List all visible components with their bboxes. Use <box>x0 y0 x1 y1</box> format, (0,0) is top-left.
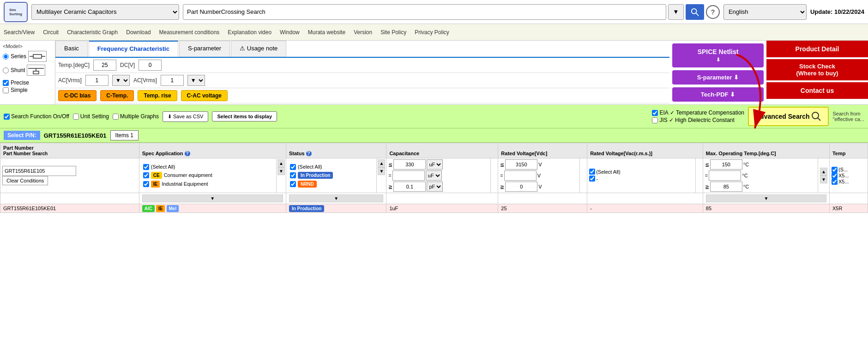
status-nrnd-checkbox[interactable] <box>290 181 296 187</box>
items-badge: Items 1 <box>110 130 139 140</box>
row-inprod-badge: In Production <box>289 205 324 212</box>
jis-checkbox[interactable] <box>652 117 658 123</box>
ac-vrms1-input[interactable] <box>85 75 108 86</box>
pn-search-input[interactable] <box>2 166 76 176</box>
cap-eq-unit[interactable]: uF <box>426 170 442 181</box>
search-func-checkbox[interactable] <box>4 114 10 120</box>
nav-explanation[interactable]: Explanation video <box>228 29 271 36</box>
eia-checkbox[interactable] <box>652 110 658 116</box>
ac-vrms2-select[interactable]: ▼ <box>187 75 205 86</box>
c-temp-btn[interactable]: C-Temp. <box>100 90 134 101</box>
spec-scroll-up[interactable]: ▲ <box>277 159 285 167</box>
temp-char-all-checkbox[interactable] <box>832 167 838 173</box>
volt-geq-input[interactable] <box>505 182 537 192</box>
filter-temp-char: (S... X5... X5... <box>829 158 868 193</box>
nav-download[interactable]: Download <box>126 29 151 36</box>
select-items-btn[interactable]: Select items to display <box>212 111 277 121</box>
multiple-graphs-checkbox[interactable] <box>113 114 119 120</box>
search-input[interactable] <box>183 4 666 20</box>
techpdf-btn[interactable]: Tech-PDF ⬇ <box>672 87 764 102</box>
tab-usage[interactable]: ⚠ Usage note <box>231 41 286 57</box>
table-row[interactable]: GRT155R61E105KE01 AIC IE Mel In Producti… <box>0 204 868 213</box>
vac-all-checkbox[interactable] <box>589 169 595 175</box>
contact-us-btn[interactable]: Contact us <box>766 82 868 99</box>
nav-characteristic-graph[interactable]: Characteristic Graph <box>67 29 118 36</box>
jis-label: JIS <box>659 117 667 123</box>
temp-char-x5r-checkbox[interactable] <box>832 173 838 179</box>
sparam-btn[interactable]: S-parameter ⬇ <box>672 70 764 85</box>
spec-scroll-down[interactable]: ▼ <box>277 167 285 175</box>
multiple-graphs-label: Multiple Graphs <box>120 113 159 120</box>
status-all-checkbox[interactable] <box>290 164 296 170</box>
status-inprod-checkbox[interactable] <box>290 172 296 178</box>
ie-badge: IE <box>151 181 160 188</box>
shunt-radio[interactable] <box>3 67 9 73</box>
nav-window[interactable]: Window <box>280 29 300 36</box>
cap-geq-unit[interactable]: pF <box>427 182 443 192</box>
clear-conditions-btn[interactable]: Clear Conditions <box>2 176 48 185</box>
spec-ie-checkbox[interactable] <box>143 181 149 187</box>
advanced-search-btn[interactable]: Advanced Search <box>748 107 829 126</box>
max-temp-scroll-down[interactable]: ▼ <box>820 176 827 183</box>
status-scroll-up[interactable]: ▲ <box>378 159 385 167</box>
volt-eq-input[interactable] <box>504 170 536 181</box>
params-row-2: AC[Vrms] ▼ AC[Vrms] ▼ <box>55 73 669 88</box>
status-help-icon[interactable]: ? <box>306 151 312 156</box>
temp-char-select-all: (S... <box>832 167 866 173</box>
product-select[interactable]: Multilayer Ceramic Capacitors <box>31 4 179 20</box>
cap-leq-unit[interactable]: uF <box>427 159 443 170</box>
temp-rise-btn[interactable]: Temp. rise <box>138 90 177 101</box>
cap-leq-input[interactable] <box>393 159 426 170</box>
spec-help-icon[interactable]: ? <box>185 151 190 156</box>
series-circuit-svg <box>29 52 46 61</box>
status-down-arrow[interactable]: ▼ <box>289 194 383 202</box>
search-type-dropdown[interactable]: ▼ <box>668 4 684 20</box>
svg-point-8 <box>812 112 819 119</box>
spec-all-checkbox[interactable] <box>143 164 149 170</box>
nav-version[interactable]: Version <box>354 29 372 36</box>
cap-eq-input[interactable] <box>392 170 425 181</box>
series-radio[interactable] <box>3 54 9 60</box>
unit-setting-checkbox[interactable] <box>73 114 79 120</box>
help-button[interactable]: ? <box>706 5 720 19</box>
tab-freq[interactable]: Frequency Characteristic <box>89 41 178 57</box>
ac-vrms2-input[interactable] <box>161 75 184 86</box>
nav-privacy[interactable]: Privacy Policy <box>415 29 449 36</box>
cdc-bias-btn[interactable]: C-DC bias <box>58 90 96 101</box>
temp-char-x5r2-checkbox[interactable] <box>832 179 838 185</box>
ac-vrms1-select[interactable]: ▼ <box>112 75 130 86</box>
stock-check-btn[interactable]: Stock Check (Where to buy) <box>766 59 868 80</box>
spice-netlist-btn[interactable]: SPICE Netlist ⬇ <box>672 43 764 67</box>
spec-ce-checkbox[interactable] <box>143 172 149 178</box>
simple-checkbox[interactable] <box>3 87 9 93</box>
product-detail-btn[interactable]: Product Detail <box>766 41 868 57</box>
nav-search-view[interactable]: Search/View <box>4 29 35 36</box>
language-select[interactable]: English <box>723 4 807 20</box>
max-temp-unit: °C <box>743 162 749 167</box>
max-temp-leq-input[interactable] <box>710 159 742 170</box>
nav-circuit[interactable]: Circuit <box>43 29 59 36</box>
status-scroll-down[interactable]: ▼ <box>378 167 385 175</box>
save-csv-btn[interactable]: ⬇ Save as CSV <box>163 111 208 122</box>
tab-basic[interactable]: Basic <box>55 41 88 57</box>
volt-geq-row: ≧ V <box>500 182 578 192</box>
dc-input[interactable] <box>139 60 162 71</box>
nav-measurement[interactable]: Measurement conditions <box>159 29 220 36</box>
tabs-and-params: Basic Frequency Characteristic S-paramet… <box>55 41 669 104</box>
nav-murata[interactable]: Murata website <box>308 29 345 36</box>
volt-leq-input[interactable] <box>505 159 537 170</box>
nav-site-policy[interactable]: Site Policy <box>380 29 406 36</box>
precise-checkbox[interactable] <box>3 80 9 86</box>
max-temp-scroll-up[interactable]: ▲ <box>820 168 827 176</box>
c-ac-voltage-btn[interactable]: C-AC voltage <box>181 90 228 101</box>
spec-down-arrow[interactable]: ▼ <box>142 194 283 202</box>
max-temp-down-arrow[interactable]: ▼ <box>706 194 826 202</box>
search-button[interactable] <box>686 4 704 20</box>
temp-input[interactable] <box>93 60 116 71</box>
max-temp-eq-input[interactable] <box>709 170 741 181</box>
vac-dash-checkbox[interactable] <box>589 176 595 182</box>
max-temp-geq-input[interactable] <box>710 182 742 192</box>
cap-geq-input[interactable] <box>393 182 426 192</box>
tab-sparam[interactable]: S-parameter <box>179 41 230 57</box>
data-status: In Production <box>286 204 386 213</box>
